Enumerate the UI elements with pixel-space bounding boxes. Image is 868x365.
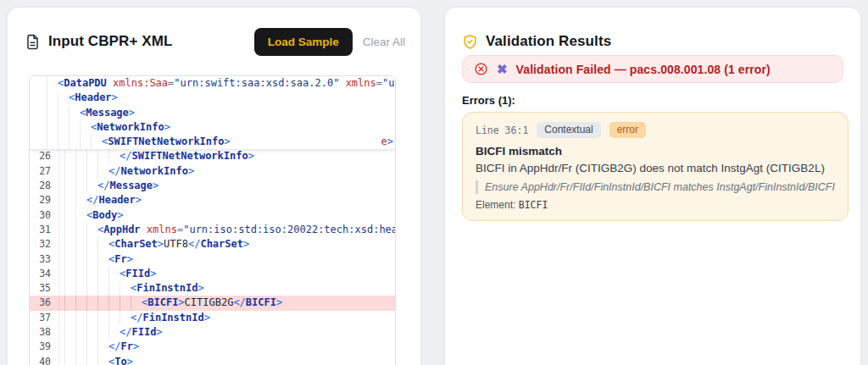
code-line: 40<To> (30, 355, 395, 365)
validation-results-panel: Validation Results ✖ Validation Failed —… (444, 7, 861, 365)
code-line: 32<CharSet>UTF8</CharSet> (30, 237, 395, 252)
line-number: 38 (30, 325, 58, 340)
line-number: 37 (30, 311, 58, 325)
input-xml-panel: Input CBPR+ XML Load Sample Clear All <D… (7, 7, 421, 365)
line-number: 30 (30, 208, 58, 223)
line-number: 28 (30, 179, 58, 193)
sticky-context-lines: <DataPDU xmlns:Saa="urn:swift:saa:xsd:sa… (30, 76, 395, 149)
line-number: 32 (30, 237, 58, 252)
line-number: 33 (30, 252, 58, 267)
code-line: 38</FIId> (30, 325, 395, 340)
code-line-error: 36<BICFI>CITIGB2G</BICFI> (30, 296, 395, 310)
sticky-code-line: <Header> (30, 91, 395, 105)
load-sample-button[interactable]: Load Sample (254, 28, 353, 56)
error-element: Element: BICFI (476, 199, 835, 211)
error-element-value: BICFI (519, 199, 548, 211)
line-number: 34 (30, 267, 58, 281)
cross-mark-icon: ✖ (497, 63, 508, 75)
error-message: BICFI in AppHdr/Fr (CITIGB2G) does not m… (476, 162, 835, 174)
code-line: 35<FinInstnId> (30, 281, 395, 296)
code-line: 26</SWIFTNetNetworkInfo> (30, 149, 395, 163)
error-title: BICFI mismatch (476, 145, 835, 158)
error-meta-row: Line 36:1 Contextual error (476, 122, 835, 138)
error-card: Line 36:1 Contextual error BICFI mismatc… (462, 112, 849, 221)
document-icon (25, 34, 41, 50)
line-number: 31 (30, 223, 58, 237)
code-line: 30<Body> (30, 208, 395, 223)
code-line: 31<AppHdr xmlns="urn:iso:std:iso:20022:t… (30, 223, 395, 237)
error-line-ref: Line 36:1 (476, 124, 528, 136)
circle-x-icon (474, 62, 488, 76)
code-line: 39</Fr> (30, 340, 395, 354)
line-number: 35 (30, 281, 58, 296)
line-number: 36 (30, 296, 58, 310)
sticky-code-line: <NetworkInfo> (30, 120, 395, 135)
code-line: 34<FIId> (30, 267, 395, 281)
sticky-code-line: <DataPDU xmlns:Saa="urn:swift:saa:xsd:sa… (30, 76, 395, 91)
error-category-badge: Contextual (537, 122, 600, 138)
errors-count-label: Errors (1): (462, 94, 515, 107)
line-number: 39 (30, 340, 58, 354)
code-line: 37</FinInstnId> (30, 311, 395, 325)
code-line: 33<Fr> (30, 252, 395, 267)
shield-check-icon (462, 34, 478, 50)
code-line: 28</Message> (30, 179, 395, 193)
validation-panel-header: Validation Results (462, 26, 845, 57)
sticky-code-line: <Message> (30, 106, 395, 120)
code-line: 29</Header> (30, 193, 395, 207)
input-panel-header: Input CBPR+ XML Load Sample Clear All (25, 26, 405, 57)
input-panel-title: Input CBPR+ XML (48, 33, 172, 50)
validation-failed-text: Validation Failed — pacs.008.001.08 (1 e… (516, 63, 771, 76)
code-lines: 26</SWIFTNetNetworkInfo>27</NetworkInfo>… (30, 149, 395, 365)
validation-panel-title: Validation Results (486, 33, 611, 50)
error-element-label: Element: (476, 199, 515, 211)
xml-editor[interactable]: <DataPDU xmlns:Saa="urn:swift:saa:xsd:sa… (29, 75, 396, 365)
sticky-code-line: <SWIFTNetNetworkInfo>e> (30, 135, 395, 149)
line-number: 40 (30, 355, 58, 365)
validation-failed-banner: ✖ Validation Failed — pacs.008.001.08 (1… (462, 55, 843, 83)
error-suggestion: Ensure AppHdr/Fr/FIId/FinInstnId/BICFI m… (476, 180, 835, 194)
line-number: 29 (30, 193, 58, 207)
error-severity-badge: error (609, 122, 646, 138)
code-line: 27</NetworkInfo> (30, 164, 395, 179)
line-number: 27 (30, 164, 58, 179)
line-number: 26 (30, 149, 58, 163)
clear-all-button[interactable]: Clear All (363, 36, 405, 48)
